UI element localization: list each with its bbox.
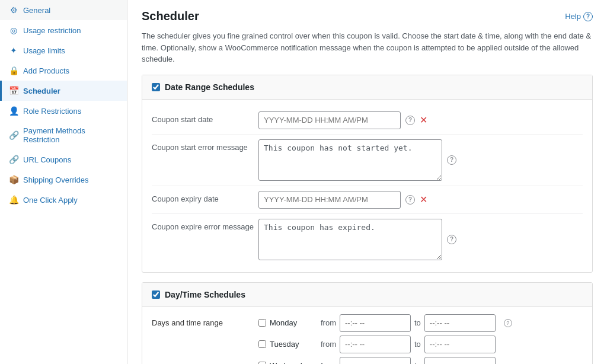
date-range-form: Coupon start date ? ✕ Coupon start error… [142, 100, 592, 272]
coupon-start-date-row: Coupon start date ? ✕ [152, 107, 583, 135]
sidebar-item-label: Usage limits [23, 46, 65, 55]
date-range-header: Date Range Schedules [142, 75, 592, 100]
coupon-expire-error-row: Coupon expire error message This coupon … [152, 214, 583, 265]
coupon-start-error-row: Coupon start error message This coupon h… [152, 135, 583, 186]
page-title: Scheduler [142, 9, 199, 23]
tuesday-from-input[interactable] [340, 336, 411, 353]
coupon-start-error-textarea[interactable]: This coupon has not started yet. [258, 139, 442, 181]
tuesday-to-input[interactable] [424, 336, 496, 353]
scheduler-icon: 📅 [9, 86, 18, 95]
wednesday-label: Wednesday [270, 361, 317, 364]
wednesday-to-input[interactable] [424, 357, 496, 365]
monday-to-label: to [414, 318, 421, 327]
tuesday-checkbox[interactable] [258, 340, 266, 348]
general-icon: ⚙ [9, 5, 18, 15]
coupon-expire-error-help-icon[interactable]: ? [447, 235, 456, 244]
usage-limits-icon: ✦ [9, 46, 18, 55]
sidebar-item-role-restrictions[interactable]: 👤 Role Restrictions [0, 101, 127, 121]
coupon-start-error-label: Coupon start error message [152, 139, 258, 153]
sidebar-item-label: Usage restriction [23, 26, 81, 35]
sidebar: ⚙ General ◎ Usage restriction ✦ Usage li… [0, 0, 127, 364]
tuesday-to-label: to [414, 340, 421, 349]
monday-help-icon[interactable]: ? [504, 319, 512, 327]
coupon-start-date-wrap: ? ✕ [258, 111, 583, 129]
sidebar-item-label: General [23, 6, 50, 15]
wednesday-row: Wednesday from to [152, 357, 583, 365]
wednesday-to-label: to [414, 361, 421, 364]
coupon-start-date-help-icon[interactable]: ? [405, 116, 415, 125]
wednesday-checkbox[interactable] [258, 362, 266, 364]
sidebar-item-shipping-overrides[interactable]: 📦 Shipping Overrides [0, 170, 127, 190]
tuesday-label: Tuesday [270, 340, 317, 349]
monday-row-inputs: Monday from to ? [258, 314, 583, 332]
sidebar-item-label: URL Coupons [23, 155, 71, 164]
sidebar-item-usage-limits[interactable]: ✦ Usage limits [0, 40, 127, 60]
wednesday-from-label: from [321, 361, 336, 364]
sidebar-item-url-coupons[interactable]: 🔗 URL Coupons [0, 149, 127, 170]
sidebar-item-add-products[interactable]: 🔒 Add Products [0, 60, 127, 81]
monday-from-label: from [321, 318, 336, 327]
coupon-expire-error-wrap: This coupon has expired. ? [258, 219, 583, 260]
main-content: Scheduler Help ? The scheduler gives you… [127, 0, 607, 364]
tuesday-row-inputs: Tuesday from to [258, 336, 583, 353]
sidebar-item-label: Scheduler [23, 87, 60, 95]
payment-methods-icon: 🔗 [9, 130, 18, 140]
coupon-expiry-date-row: Coupon expiry date ? ✕ [152, 186, 583, 214]
role-restrictions-icon: 👤 [9, 106, 18, 116]
help-label: Help [565, 12, 581, 21]
coupon-expiry-date-label: Coupon expiry date [152, 191, 258, 205]
coupon-expire-error-label: Coupon expire error message [152, 219, 258, 232]
monday-label: Monday [270, 318, 317, 327]
tuesday-from-label: from [321, 340, 336, 349]
days-row-label: Days and time range [152, 318, 258, 327]
sidebar-item-usage-restriction[interactable]: ◎ Usage restriction [0, 20, 127, 40]
date-range-checkbox[interactable] [152, 83, 160, 91]
wednesday-row-inputs: Wednesday from to [258, 357, 583, 365]
tuesday-row: Tuesday from to [152, 336, 583, 353]
sidebar-item-label: One Click Apply [23, 196, 78, 205]
day-time-checkbox[interactable] [152, 290, 160, 299]
date-range-title: Date Range Schedules [165, 82, 254, 92]
coupon-start-error-wrap: This coupon has not started yet. ? [258, 139, 583, 181]
add-products-icon: 🔒 [9, 66, 18, 75]
coupon-start-date-input[interactable] [258, 111, 401, 129]
wednesday-from-input[interactable] [340, 357, 411, 365]
days-table: Days and time range Monday from to ? [142, 307, 592, 365]
sidebar-item-scheduler[interactable]: 📅 Scheduler [0, 81, 127, 101]
usage-restriction-icon: ◎ [9, 25, 18, 35]
day-time-section: Day/Time Schedules Days and time range M… [142, 282, 593, 365]
shipping-overrides-icon: 📦 [9, 175, 18, 184]
coupon-expiry-date-wrap: ? ✕ [258, 191, 583, 209]
coupon-expiry-date-delete-icon[interactable]: ✕ [420, 194, 427, 205]
one-click-apply-icon: 🔔 [9, 195, 18, 205]
page-description: The scheduler gives you fine grained con… [142, 30, 593, 65]
help-icon: ? [583, 12, 593, 21]
url-coupons-icon: 🔗 [9, 155, 18, 164]
sidebar-item-label: Shipping Overrides [23, 175, 89, 184]
day-time-title: Day/Time Schedules [165, 290, 245, 299]
day-time-header: Day/Time Schedules [142, 283, 592, 307]
coupon-expire-error-textarea[interactable]: This coupon has expired. [258, 219, 442, 260]
coupon-expiry-date-input[interactable] [258, 191, 401, 209]
sidebar-item-label: Add Products [23, 66, 69, 75]
sidebar-item-payment-methods[interactable]: 🔗 Payment Methods Restriction [0, 121, 127, 149]
monday-from-input[interactable] [340, 314, 411, 332]
sidebar-item-label: Payment Methods Restriction [23, 126, 120, 144]
coupon-start-date-delete-icon[interactable]: ✕ [420, 114, 427, 126]
date-range-section: Date Range Schedules Coupon start date ?… [142, 75, 593, 273]
monday-to-input[interactable] [424, 314, 496, 332]
coupon-start-error-help-icon[interactable]: ? [447, 155, 456, 165]
help-link[interactable]: Help ? [565, 12, 593, 21]
coupon-start-date-label: Coupon start date [152, 111, 258, 125]
sidebar-item-one-click-apply[interactable]: 🔔 One Click Apply [0, 190, 127, 210]
monday-checkbox[interactable] [258, 319, 266, 327]
sidebar-item-label: Role Restrictions [23, 107, 81, 116]
page-header: Scheduler Help ? [142, 9, 593, 23]
coupon-expiry-date-help-icon[interactable]: ? [405, 195, 415, 205]
days-time-range-label: Days and time range [152, 318, 223, 327]
sidebar-item-general[interactable]: ⚙ General [0, 0, 127, 20]
days-header-row: Days and time range Monday from to ? [152, 314, 583, 332]
